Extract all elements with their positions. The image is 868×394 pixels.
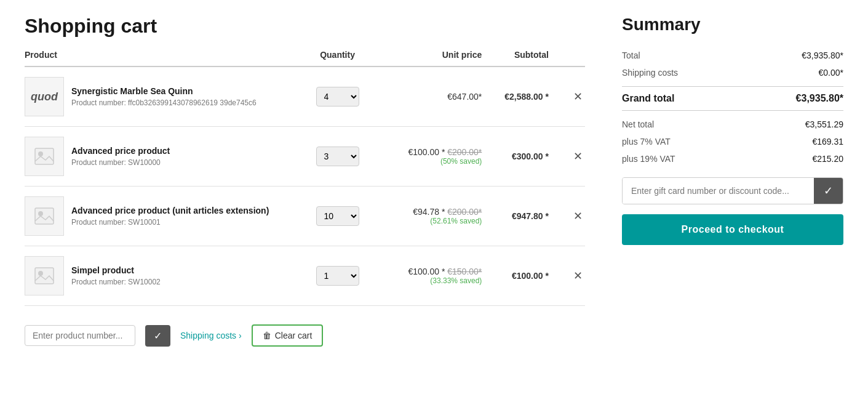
col-header-unit-price: Unit price: [370, 50, 482, 66]
table-row: Advanced price product (unit articles ex…: [25, 187, 585, 246]
product-name: Advanced price product (unit articles ex…: [71, 206, 305, 215]
quantity-cell: 123456789101112131415: [305, 246, 370, 306]
product-thumbnail: [25, 196, 64, 236]
product-number: Product number: SW10000: [71, 158, 305, 167]
clear-cart-button[interactable]: 🗑 Clear cart: [252, 324, 324, 347]
product-cell: Simpel product Product number: SW10002: [25, 246, 305, 306]
table-row: quod Synergistic Marble Sea Quinn Produc…: [25, 66, 585, 127]
svg-rect-4: [35, 268, 54, 284]
discount-submit-button[interactable]: ✓: [814, 178, 843, 204]
summary-sub-row-label: plus 19% VAT: [622, 154, 675, 164]
cart-section: Shopping cart Product Quantity Unit pric…: [25, 15, 585, 347]
svg-rect-2: [35, 208, 54, 224]
summary-sub-row-amount: €3,551.29: [805, 119, 843, 129]
svg-point-3: [38, 211, 43, 216]
product-name: Advanced price product: [71, 146, 305, 156]
checkout-button[interactable]: Proceed to checkout: [622, 214, 843, 245]
product-number: Product number: SW10002: [71, 278, 305, 286]
quantity-select[interactable]: 123456789101112131415: [316, 266, 359, 286]
summary-sub-row: Net total€3,551.29: [622, 116, 843, 133]
remove-button[interactable]: ✕: [571, 267, 585, 285]
product-cell: quod Synergistic Marble Sea Quinn Produc…: [25, 66, 305, 127]
summary-panel: Summary Total€3,935.80*Shipping costs€0.…: [610, 15, 843, 347]
svg-point-1: [38, 151, 43, 156]
summary-sub-row-label: plus 7% VAT: [622, 137, 671, 147]
quantity-select[interactable]: 123456789101112131415: [316, 206, 359, 226]
grand-total-row: Grand total €3,935.80*: [622, 86, 843, 111]
svg-point-5: [38, 271, 43, 276]
summary-row: Total€3,935.80*: [622, 47, 843, 64]
clear-cart-label: Clear cart: [275, 331, 313, 340]
subtotal-cell: €947.80 *: [482, 187, 549, 246]
discount-input-row: ✓: [622, 177, 843, 204]
checkmark-icon: ✓: [154, 331, 162, 341]
remove-button[interactable]: ✕: [571, 87, 585, 106]
summary-sub-row: plus 19% VAT€215.20: [622, 150, 843, 167]
quantity-select[interactable]: 123456789101112131415: [316, 147, 359, 166]
checkout-label: Proceed to checkout: [682, 224, 784, 235]
summary-row-label: Shipping costs: [622, 68, 678, 78]
cart-footer: ✓ Shipping costs › 🗑 Clear cart: [25, 318, 585, 347]
checkmark-icon: ✓: [824, 185, 833, 197]
shipping-costs-link[interactable]: Shipping costs ›: [180, 331, 242, 340]
table-row: Simpel product Product number: SW10002 1…: [25, 246, 585, 306]
product-info: Simpel product Product number: SW10002: [71, 265, 305, 286]
subtotal-cell: €100.00 *: [482, 246, 549, 306]
page-title: Shopping cart: [25, 15, 585, 38]
grand-total-amount: €3,935.80*: [796, 93, 843, 104]
cart-table: Product Quantity Unit price Subtotal quo…: [25, 50, 585, 306]
summary-row-label: Total: [622, 50, 640, 60]
remove-button[interactable]: ✕: [571, 147, 585, 166]
quantity-cell: 123456789101112131415: [305, 187, 370, 246]
product-number: Product number: SW10001: [71, 218, 305, 227]
product-number: Product number: ffc0b326399143078962619 …: [71, 98, 305, 107]
product-info: Synergistic Marble Sea Quinn Product num…: [71, 86, 305, 107]
chevron-right-icon: ›: [239, 331, 242, 340]
table-row: Advanced price product Product number: S…: [25, 127, 585, 187]
summary-title: Summary: [622, 15, 843, 34]
unit-price-cell: €94.78 * €200.00* (52.61% saved): [370, 187, 482, 246]
product-info: Advanced price product Product number: S…: [71, 146, 305, 167]
product-number-submit-button[interactable]: ✓: [145, 325, 170, 347]
grand-total-label: Grand total: [622, 93, 674, 104]
product-thumbnail: [25, 137, 64, 176]
unit-price-cell: €647.00*: [370, 66, 482, 127]
subtotal-cell: €300.00 *: [482, 127, 549, 187]
product-cell: Advanced price product (unit articles ex…: [25, 187, 305, 246]
summary-row: Shipping costs€0.00*: [622, 64, 843, 81]
product-thumbnail: [25, 256, 64, 296]
summary-row-amount: €0.00*: [819, 68, 843, 78]
remove-cell: ✕: [549, 66, 585, 127]
product-info: Advanced price product (unit articles ex…: [71, 206, 305, 227]
svg-rect-0: [35, 148, 54, 164]
quantity-cell: 123456789101112131415: [305, 127, 370, 187]
summary-sub-row: plus 7% VAT€169.31: [622, 133, 843, 150]
col-header-subtotal: Subtotal: [482, 50, 549, 66]
remove-cell: ✕: [549, 246, 585, 306]
product-name: Simpel product: [71, 265, 305, 275]
summary-sub-row-amount: €215.20: [812, 154, 843, 164]
product-name: Synergistic Marble Sea Quinn: [71, 86, 305, 96]
product-cell: Advanced price product Product number: S…: [25, 127, 305, 187]
trash-icon: 🗑: [263, 331, 271, 340]
summary-row-amount: €3,935.80*: [802, 50, 843, 60]
unit-price-cell: €100.00 * €150.00* (33.33% saved): [370, 246, 482, 306]
quantity-cell: 123456789101112131415: [305, 66, 370, 127]
shipping-costs-label: Shipping costs: [180, 331, 236, 340]
unit-price-cell: €100.00 * €200.00* (50% saved): [370, 127, 482, 187]
product-number-input[interactable]: [25, 325, 135, 346]
remove-cell: ✕: [549, 127, 585, 187]
discount-input[interactable]: [623, 178, 814, 204]
quantity-select[interactable]: 123456789101112131415: [316, 87, 359, 107]
product-thumbnail: quod: [25, 77, 64, 116]
remove-button[interactable]: ✕: [571, 207, 585, 225]
col-header-quantity: Quantity: [305, 50, 370, 66]
summary-sub-row-label: Net total: [622, 119, 654, 129]
col-header-product: Product: [25, 50, 305, 66]
summary-sub-row-amount: €169.31: [812, 137, 843, 147]
subtotal-cell: €2,588.00 *: [482, 66, 549, 127]
remove-cell: ✕: [549, 187, 585, 246]
